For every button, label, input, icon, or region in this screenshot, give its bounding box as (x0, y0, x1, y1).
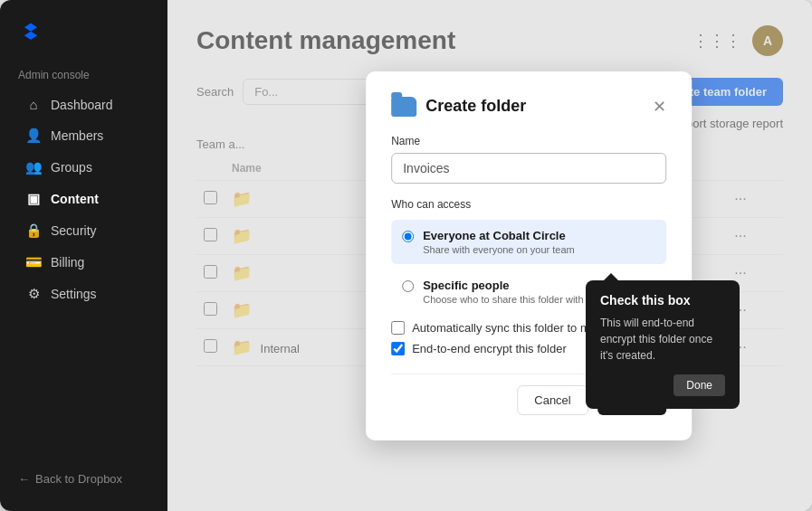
auto-sync-checkbox[interactable] (391, 321, 405, 335)
sidebar-logo (0, 14, 167, 65)
auto-sync-label: Automatically sync this folder to m... (412, 321, 599, 335)
everyone-option[interactable]: Everyone at Cobalt Circle Share with eve… (391, 220, 666, 264)
sidebar-item-label: Groups (51, 160, 92, 175)
sidebar-item-label: Members (51, 128, 103, 143)
sidebar-item-label: Settings (51, 287, 97, 301)
back-label: Back to Dropbox (35, 472, 122, 486)
sidebar-bottom: ← Back to Dropbox (0, 461, 167, 497)
modal-title: Create folder (425, 97, 526, 116)
sidebar-item-label: Billing (51, 255, 84, 270)
sidebar-item-groups[interactable]: 👥 Groups (7, 152, 160, 183)
modal-header: Create folder ✕ (391, 97, 666, 117)
content-icon: ▣ (25, 191, 42, 207)
sidebar-item-label: Security (51, 223, 97, 238)
sidebar: Admin console ⌂ Dashboard 👤 Members 👥 Gr… (0, 0, 167, 511)
sidebar-item-members[interactable]: 👤 Members (7, 120, 160, 151)
person-icon: 👤 (25, 128, 42, 144)
name-label: Name (391, 135, 666, 147)
sidebar-item-settings[interactable]: ⚙ Settings (7, 279, 160, 309)
tooltip-title: Check this box (600, 293, 725, 308)
settings-icon: ⚙ (25, 286, 42, 302)
specific-radio[interactable] (402, 280, 414, 292)
main-content: Content management ⋮⋮⋮ A Search Create t… (167, 0, 812, 511)
billing-icon: 💳 (25, 254, 42, 270)
sidebar-item-dashboard[interactable]: ⌂ Dashboard (7, 90, 160, 119)
everyone-radio[interactable] (402, 231, 414, 242)
who-can-access-label: Who can access (391, 198, 666, 211)
modal-title-row: Create folder (391, 97, 526, 117)
group-icon: 👥 (25, 159, 42, 175)
everyone-desc: Share with everyone on your team (423, 244, 575, 255)
admin-console-label: Admin console (0, 65, 167, 89)
cancel-button[interactable]: Cancel (517, 385, 588, 415)
folder-name-input[interactable] (391, 153, 666, 184)
encrypt-label: End-to-end encrypt this folder (412, 342, 567, 355)
sidebar-item-label: Content (51, 192, 99, 206)
tooltip-text: This will end-to-end encrypt this folder… (600, 315, 725, 364)
sidebar-item-label: Dashboard (51, 98, 113, 112)
specific-label: Specific people (423, 279, 583, 292)
encrypt-checkbox[interactable] (391, 342, 405, 355)
everyone-label: Everyone at Cobalt Circle (423, 229, 575, 242)
tooltip: Check this box This will end-to-end encr… (586, 280, 740, 409)
home-icon: ⌂ (25, 97, 42, 112)
folder-icon (391, 97, 416, 117)
specific-desc: Choose who to share this folder with (423, 294, 583, 305)
sidebar-nav: ⌂ Dashboard 👤 Members 👥 Groups ▣ Content… (0, 89, 167, 310)
tooltip-done-button[interactable]: Done (673, 374, 725, 396)
close-modal-button[interactable]: ✕ (653, 97, 666, 117)
lock-icon: 🔒 (25, 222, 42, 239)
back-to-dropbox[interactable]: ← Back to Dropbox (18, 472, 149, 486)
sidebar-item-content[interactable]: ▣ Content (7, 184, 160, 214)
back-arrow-icon: ← (18, 472, 30, 486)
sidebar-item-security[interactable]: 🔒 Security (7, 215, 160, 246)
sidebar-item-billing[interactable]: 💳 Billing (7, 247, 160, 278)
